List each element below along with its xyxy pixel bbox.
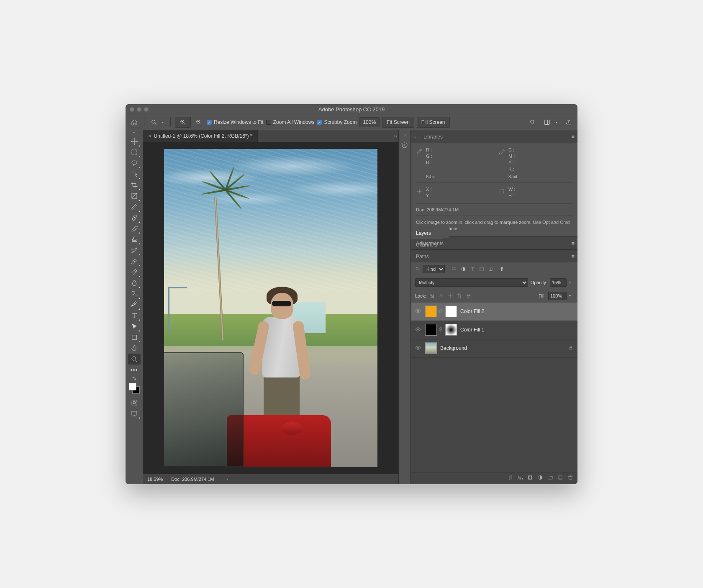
opacity-dropdown[interactable]: ▾	[569, 280, 573, 284]
shape-tool[interactable]	[128, 332, 141, 343]
panel-menu-icon[interactable]: ≡	[571, 240, 575, 246]
workspace-dropdown[interactable]: ▾	[556, 121, 560, 124]
filter-pixel-icon[interactable]	[451, 266, 457, 272]
quick-mask-button[interactable]	[128, 397, 141, 408]
frame-tool[interactable]	[128, 190, 141, 201]
filter-type-icon[interactable]	[469, 266, 476, 272]
scrubby-zoom-checkbox[interactable]: Scrubby Zoom	[317, 119, 357, 125]
quick-select-tool[interactable]	[128, 169, 141, 180]
swap-colors-icon[interactable]	[128, 375, 141, 381]
zoom-all-checkbox[interactable]: Zoom All Windows	[266, 119, 315, 125]
brush-tool[interactable]	[128, 223, 141, 234]
layer-fx-icon[interactable]: fx▾	[518, 475, 523, 481]
maximize-window-button[interactable]	[144, 107, 149, 112]
lock-transparent-icon[interactable]	[428, 293, 435, 299]
lasso-tool[interactable]	[128, 158, 141, 169]
blur-tool[interactable]	[128, 277, 141, 288]
fg-bg-swatches[interactable]	[129, 383, 140, 394]
tools-grip[interactable]	[128, 132, 141, 134]
collapse-group-icon[interactable]: ››	[411, 135, 418, 143]
gradient-tool[interactable]	[128, 267, 141, 277]
layer-thumbnails[interactable]	[425, 342, 437, 354]
close-tab-icon[interactable]: ×	[148, 133, 151, 139]
layer-row[interactable]: Color Fill 1	[411, 321, 577, 339]
opacity-field[interactable]	[550, 278, 567, 287]
tab-paths[interactable]: Paths	[411, 251, 442, 262]
dodge-tool[interactable]	[128, 288, 141, 299]
stamp-tool[interactable]	[128, 234, 141, 245]
crop-tool[interactable]	[128, 180, 141, 190]
filter-toggle-icon[interactable]	[498, 266, 505, 272]
close-window-button[interactable]	[130, 107, 134, 112]
lock-icon[interactable]	[568, 345, 573, 351]
edit-toolbar-button[interactable]: •••	[128, 365, 141, 375]
visibility-toggle-icon[interactable]	[415, 326, 422, 333]
fit-screen-button[interactable]: Fit Screen	[382, 117, 414, 128]
filter-smart-icon[interactable]	[487, 266, 494, 272]
layer-row[interactable]: Color Fill 2	[411, 303, 577, 321]
link-mask-icon[interactable]	[438, 308, 444, 314]
lock-all-icon[interactable]	[465, 293, 472, 299]
pen-tool[interactable]	[128, 299, 141, 310]
healing-tool[interactable]	[128, 212, 141, 223]
collapse-tabs-icon[interactable]: ‹‹	[393, 134, 398, 138]
visibility-toggle-icon[interactable]	[415, 308, 422, 315]
add-mask-icon[interactable]	[527, 475, 533, 482]
layer-name[interactable]: Background	[440, 345, 467, 351]
fill-field[interactable]	[548, 292, 567, 300]
home-button[interactable]	[129, 117, 140, 128]
canvas[interactable]	[143, 142, 398, 474]
panel-menu-icon[interactable]: ≡	[571, 134, 575, 140]
layer-thumbnails[interactable]	[425, 306, 457, 317]
tab-channels[interactable]: Channels	[411, 239, 442, 251]
filter-adjust-icon[interactable]	[460, 266, 467, 272]
eraser-tool[interactable]	[128, 256, 141, 267]
tool-preset-icon[interactable]	[149, 117, 159, 128]
marquee-tool[interactable]	[128, 147, 141, 158]
tool-preset-dropdown[interactable]: ▾	[162, 121, 166, 124]
share-button[interactable]	[563, 117, 574, 128]
eyedropper-tool[interactable]	[128, 201, 141, 212]
lock-artboard-icon[interactable]	[456, 293, 463, 299]
new-group-icon[interactable]	[547, 475, 553, 482]
status-zoom[interactable]: 18.59%	[147, 477, 163, 482]
zoom-tool[interactable]	[128, 354, 141, 365]
link-layers-icon[interactable]	[508, 475, 513, 482]
status-doc-size[interactable]: Doc: 206.9M/274.1M	[171, 477, 214, 482]
screen-mode-button[interactable]	[128, 408, 141, 419]
type-tool[interactable]	[128, 310, 141, 321]
workspace-button[interactable]	[541, 117, 552, 128]
new-adjustment-icon[interactable]	[537, 475, 543, 482]
path-select-tool[interactable]	[128, 321, 141, 332]
history-brush-tool[interactable]	[128, 245, 141, 256]
tab-libraries[interactable]: Libraries	[418, 131, 450, 143]
zoom-out-button[interactable]	[193, 117, 204, 128]
layer-name[interactable]: Color Fill 1	[460, 327, 484, 333]
fill-dropdown[interactable]: ▾	[569, 294, 573, 298]
tab-layers[interactable]: Layers	[411, 227, 442, 239]
resize-windows-checkbox[interactable]: Resize Windows to Fit	[207, 119, 264, 125]
minimize-window-button[interactable]	[137, 107, 141, 112]
new-layer-icon[interactable]	[557, 475, 563, 482]
link-mask-icon[interactable]	[438, 327, 444, 333]
search-button[interactable]	[527, 117, 538, 128]
lock-pixels-icon[interactable]	[438, 293, 444, 299]
document-tab[interactable]: × Untitled-1 @ 18.6% (Color Fill 2, RGB/…	[143, 130, 258, 142]
hand-tool[interactable]	[128, 343, 141, 354]
layer-thumbnails[interactable]	[425, 324, 457, 336]
lock-position-icon[interactable]	[447, 293, 454, 299]
visibility-toggle-icon[interactable]	[415, 345, 422, 352]
move-tool[interactable]	[128, 136, 141, 147]
panel-menu-icon[interactable]: ≡	[571, 253, 575, 259]
fill-screen-button[interactable]: Fill Screen	[417, 117, 450, 128]
delete-layer-icon[interactable]	[567, 475, 573, 482]
status-menu-icon[interactable]: ›	[226, 477, 228, 482]
zoom-in-button[interactable]	[175, 117, 191, 128]
blend-mode-select[interactable]: Multiply	[415, 278, 528, 287]
layer-name[interactable]: Color Fill 2	[460, 308, 484, 314]
zoom-percent-field[interactable]: 100%	[359, 117, 380, 127]
filter-shape-icon[interactable]	[478, 266, 485, 272]
expand-dock-icon[interactable]: ‹‹	[403, 133, 406, 137]
layer-filter-select[interactable]: Kind	[423, 265, 445, 273]
history-dock-icon[interactable]	[400, 141, 409, 150]
